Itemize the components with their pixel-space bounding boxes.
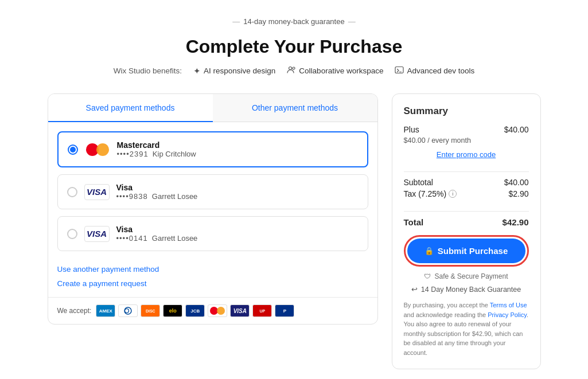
- visa-icon-small: VISA: [230, 304, 250, 317]
- fine-print: By purchasing, you accept the Terms of U…: [404, 300, 529, 357]
- subtotal-row: Subtotal $40.00: [404, 178, 529, 187]
- card-details-visa1: Visa ••••9838 Garrett Losee: [116, 183, 198, 201]
- summary-title: Summary: [404, 106, 529, 117]
- subtotal-label: Subtotal: [404, 178, 433, 187]
- payment-list: Mastercard ••••2391 Kip Critchlow VISA V…: [48, 122, 377, 260]
- subtotal-value: $40.00: [504, 178, 529, 187]
- submit-purchase-button[interactable]: 🔒 Submit Purchase: [407, 239, 525, 263]
- benefit-dev-label: Advanced dev tools: [407, 67, 474, 75]
- page-title: Complete Your Purchase: [186, 36, 403, 57]
- svg-rect-2: [395, 67, 403, 73]
- unionpay-icon: UP: [252, 304, 272, 317]
- card-details-mastercard: Mastercard ••••2391 Kip Critchlow: [117, 140, 196, 158]
- payment-request-link[interactable]: Create a payment request: [57, 279, 368, 288]
- diners-icon: [118, 304, 138, 317]
- plan-price: $40.00: [504, 125, 529, 134]
- dev-icon: [395, 65, 404, 76]
- money-back-icon: ↩: [411, 285, 418, 294]
- card-info-mastercard: ••••2391 Kip Critchlow: [117, 150, 196, 158]
- plan-billing: $40.00 / every month: [404, 136, 529, 144]
- main-content: Saved payment methods Other payment meth…: [48, 93, 541, 369]
- terms-link[interactable]: Terms of Use: [490, 302, 527, 308]
- benefit-ai: ✦ AI responsive design: [193, 66, 275, 76]
- mc-icon-small: [208, 304, 227, 317]
- amex-icon: AMEX: [96, 304, 115, 317]
- accepted-cards: We accept: AMEX DISC elo JCB: [48, 297, 377, 324]
- divider-2: [404, 211, 529, 212]
- radio-mastercard[interactable]: [68, 144, 78, 155]
- another-payment-method-link[interactable]: Use another payment method: [57, 265, 368, 273]
- card-info-visa2: ••••0141 Garrett Losee: [116, 234, 198, 243]
- payment-card-mastercard[interactable]: Mastercard ••••2391 Kip Critchlow: [57, 131, 368, 167]
- dash-right: —: [348, 17, 356, 26]
- card-icons: AMEX DISC elo JCB VISA UP P: [96, 304, 294, 317]
- promo-code-link[interactable]: Enter promo code: [404, 150, 529, 159]
- benefits-label: Wix Studio benefits:: [114, 67, 182, 75]
- elo-icon: elo: [163, 304, 182, 317]
- secure-label: Safe & Secure Payment: [434, 272, 508, 280]
- tax-label: Tax (7.25%): [404, 189, 447, 198]
- benefit-ai-label: AI responsive design: [204, 67, 275, 75]
- dash-left: —: [232, 17, 240, 26]
- tab-other-label: Other payment methods: [252, 103, 338, 112]
- accepted-label: We accept:: [57, 307, 92, 315]
- payment-card-visa1[interactable]: VISA Visa ••••9838 Garrett Losee: [57, 174, 368, 209]
- payment-panel: Saved payment methods Other payment meth…: [48, 93, 378, 325]
- visa-logo-2: VISA: [84, 226, 110, 242]
- tabs: Saved payment methods Other payment meth…: [48, 94, 377, 122]
- card-type-visa2: Visa: [116, 225, 198, 234]
- visa-logo-1: VISA: [84, 184, 110, 200]
- summary-panel: Summary Plus $40.00 $40.00 / every month…: [392, 93, 541, 369]
- tax-label-row: Tax (7.25%) i: [404, 189, 457, 198]
- privacy-link[interactable]: Privacy Policy: [488, 311, 527, 318]
- submit-label: Submit Purchase: [438, 246, 508, 256]
- radio-visa2[interactable]: [67, 229, 77, 239]
- jcb-icon: JCB: [185, 304, 205, 317]
- card-type-visa1: Visa: [116, 183, 198, 192]
- shield-icon: 🛡: [424, 272, 431, 280]
- card-info-visa1: ••••9838 Garrett Losee: [116, 192, 198, 201]
- mastercard-logo: [85, 142, 110, 158]
- tab-saved[interactable]: Saved payment methods: [48, 94, 213, 122]
- benefit-dev: Advanced dev tools: [395, 65, 474, 76]
- tax-info-icon[interactable]: i: [449, 190, 457, 198]
- plan-row: Plus $40.00: [404, 125, 529, 134]
- total-row: Total $42.90: [404, 217, 529, 227]
- lock-icon: 🔒: [425, 247, 434, 255]
- svg-point-0: [289, 67, 292, 70]
- card-type-mastercard: Mastercard: [117, 140, 196, 150]
- guarantee-text: 14-day money-back guarantee: [243, 17, 344, 26]
- ai-icon: ✦: [193, 66, 201, 76]
- radio-visa1[interactable]: [67, 187, 77, 197]
- collab-icon: [287, 65, 296, 76]
- plan-name: Plus: [404, 125, 419, 134]
- links-section: Use another payment method Create a paym…: [48, 260, 377, 297]
- discover-icon: DISC: [141, 304, 160, 317]
- payment-card-visa2[interactable]: VISA Visa ••••0141 Garrett Losee: [57, 216, 368, 251]
- benefit-collab: Collaborative workspace: [287, 65, 383, 76]
- total-value: $42.90: [503, 217, 529, 227]
- svg-point-1: [293, 67, 295, 69]
- secure-payment: 🛡 Safe & Secure Payment: [404, 272, 529, 280]
- money-back-label: 14 Day Money Back Guarantee: [421, 286, 521, 294]
- benefit-collab-label: Collaborative workspace: [299, 67, 383, 75]
- card-details-visa2: Visa ••••0141 Garrett Losee: [116, 225, 198, 243]
- benefits-bar: Wix Studio benefits: ✦ AI responsive des…: [114, 65, 475, 76]
- total-label: Total: [404, 217, 424, 227]
- tax-value: $2.90: [508, 189, 528, 198]
- divider-1: [404, 171, 529, 172]
- tab-other[interactable]: Other payment methods: [213, 94, 377, 122]
- submit-btn-wrapper: 🔒 Submit Purchase: [404, 235, 529, 267]
- guarantee-bar: — 14-day money-back guarantee —: [232, 17, 355, 26]
- money-back: ↩ 14 Day Money Back Guarantee: [404, 285, 529, 294]
- tax-row: Tax (7.25%) i $2.90: [404, 189, 529, 198]
- paypal-icon: P: [275, 304, 294, 317]
